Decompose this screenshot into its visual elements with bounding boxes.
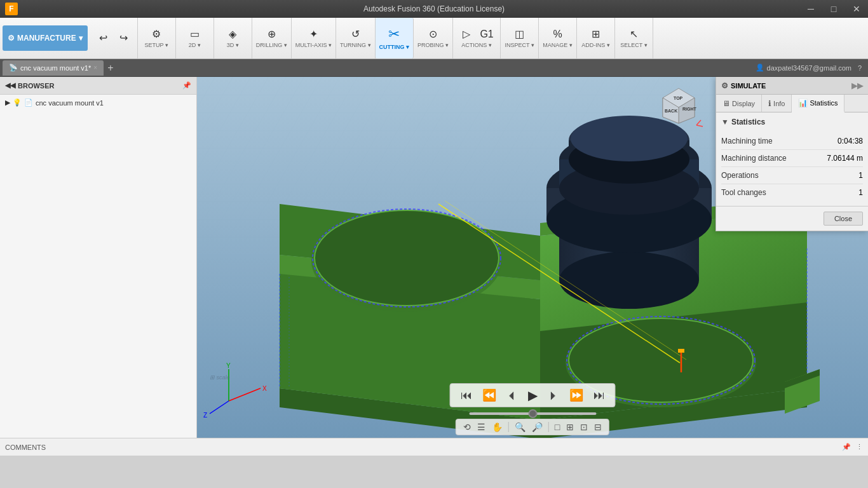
add-ins-label: ADD-INS ▾ [581,42,610,48]
viewcube[interactable]: TOP RIGHT BACK [653,82,698,126]
playback-prev-fast-button[interactable]: ⏪ [480,387,499,403]
comments-options-button[interactable]: ⋮ [856,443,863,451]
active-tab[interactable]: 📡 cnc vacuum mount v1* × [3,60,104,76]
stats-section-header: ▼ Statistics [721,118,863,126]
add-ins-group: ⊞ ADD-INS ▾ [577,18,615,58]
undo-redo-group: ↩ ↪ [90,18,138,58]
tab-bar: 📡 cnc vacuum mount v1* × + 👤 daxpatel345… [0,59,868,77]
close-button[interactable]: ✕ [845,0,868,18]
close-simulate-button[interactable]: Close [824,212,863,226]
add-ins-button[interactable]: ⊞ [587,28,606,41]
undo-button[interactable]: ↩ [94,32,113,44]
fit-button[interactable]: □ [553,421,562,433]
turning-button[interactable]: ↺ [346,28,365,41]
actions-btn1[interactable]: ▷ [457,28,476,41]
grid-button[interactable]: ⊞ [564,421,576,433]
app-title: Autodesk Fusion 360 (Education License) [363,4,505,13]
multi-axis-button[interactable]: ✦ [304,28,323,41]
tab-icon: 📡 [9,64,18,72]
simulate-title: SIMULATE [731,82,766,90]
pan-button[interactable]: ☰ [475,421,487,433]
inspect-label: INSPECT ▾ [505,42,534,48]
playback-next-button[interactable]: ⏵ [545,388,562,403]
simulate-icon: ⚙ [721,81,728,90]
setup-icon: ⚙ [152,29,161,39]
view-button[interactable]: ⊟ [592,421,604,433]
inspect-button[interactable]: ◫ [510,28,529,41]
sidebar-pin-button[interactable]: 📌 [182,81,191,89]
turning-group: ↺ TURNING ▾ [336,18,376,58]
redo-button[interactable]: ↪ [114,32,133,44]
simulate-expand-button[interactable]: ▶▶ [851,81,863,90]
orbit-button[interactable]: ⟲ [461,421,473,433]
actions-btn2[interactable]: G1 [477,28,496,41]
2d-button[interactable]: ▭ [185,28,204,41]
setup-button[interactable]: ⚙ [147,28,166,41]
manufacture-button[interactable]: ⚙ MANUFACTURE ▾ [3,25,88,51]
maximize-button[interactable]: □ [822,0,845,18]
help-button[interactable]: ? [854,62,865,74]
select-icon: ↖ [630,29,638,39]
tree-doc-icon: 📄 [24,98,33,107]
tree-expand-icon: ▶ [5,98,10,107]
tab-info[interactable]: ℹ Info [762,95,792,112]
playback-next-fast-button[interactable]: ⏩ [567,387,586,403]
minimize-button[interactable]: ─ [799,0,822,18]
comments-bar: COMMENTS 📌 ⋮ [0,438,868,456]
sidebar-header-left: ◀◀ BROWSER [5,81,54,90]
multi-axis-label: MULTI-AXIS ▾ [295,42,332,48]
redo-icon: ↪ [119,33,128,43]
probing-button[interactable]: ⊙ [424,28,443,41]
comments-controls: 📌 ⋮ [842,443,863,451]
comments-label: COMMENTS [5,444,46,451]
new-tab-button[interactable]: + [107,62,113,74]
display-button[interactable]: ⊡ [578,421,590,433]
playback-slider[interactable] [469,412,596,415]
sidebar-collapse-button[interactable]: ◀◀ [5,81,15,90]
drilling-button[interactable]: ⊕ [262,28,281,41]
2d-icon: ▭ [190,29,200,39]
actions-icon2: G1 [480,29,493,39]
actions-label: ACTIONS ▾ [461,42,492,48]
simulate-content: ▼ Statistics Machining time 0:04:38 Mach… [716,112,868,206]
inspect-group: ◫ INSPECT ▾ [501,18,539,58]
simulate-tab-bar: 🖥 Display ℹ Info 📊 Statistics [716,95,868,112]
2d-label: 2D ▾ [189,42,201,48]
select-group: ↖ SELECT ▾ [615,18,653,58]
sidebar-options: 📌 [182,81,191,90]
playback-play-button[interactable]: ▶ [526,386,540,404]
cutting-button[interactable]: ✂ [384,26,403,43]
sidebar-content: ▶ 💡 📄 cnc vacuum mount v1 [0,95,196,111]
add-ins-icon: ⊞ [592,29,600,39]
probing-icon: ⊙ [429,29,437,39]
zoom-out-button[interactable]: 🔎 [530,421,545,433]
sidebar-tree-item[interactable]: ▶ 💡 📄 cnc vacuum mount v1 [5,97,191,108]
tab-label: cnc vacuum mount v1* [20,64,91,72]
playback-slider-thumb[interactable] [528,409,537,418]
viewport[interactable]: X Y Z TOP RIGHT BACK [197,77,868,438]
title-bar: F Autodesk Fusion 360 (Education License… [0,0,868,18]
3d-button[interactable]: ◈ [223,28,242,41]
tab-display[interactable]: 🖥 Display [716,95,762,112]
operations-value: 1 [858,171,863,180]
tab-statistics[interactable]: 📊 Statistics [792,95,844,112]
hand-pan-button[interactable]: ✋ [490,421,505,433]
select-button[interactable]: ↖ [625,28,644,41]
inspect-icon: ◫ [515,29,524,39]
manage-button[interactable]: % [548,28,567,41]
tool-changes-value: 1 [858,188,863,197]
user-email: daxpatel34567@gmail.com [767,64,851,72]
zoom-in-button[interactable]: 🔍 [513,421,527,433]
playback-end-button[interactable]: ⏭ [591,388,607,403]
main-area: ◀◀ BROWSER 📌 ▶ 💡 📄 cnc vacuum mount v1 [0,77,868,438]
manage-icon: % [553,29,562,39]
stats-collapse-icon[interactable]: ▼ [721,118,729,126]
drilling-group: ⊕ DRILLING ▾ [252,18,292,58]
playback-prev-button[interactable]: ⏴ [504,388,520,403]
comments-expand-button[interactable]: 📌 [842,443,851,451]
playback-start-button[interactable]: ⏮ [458,388,475,403]
select-label: SELECT ▾ [620,42,647,48]
drilling-label: DRILLING ▾ [256,42,287,48]
tab-close-button[interactable]: × [93,64,97,71]
sidebar-title: BROWSER [18,82,54,90]
